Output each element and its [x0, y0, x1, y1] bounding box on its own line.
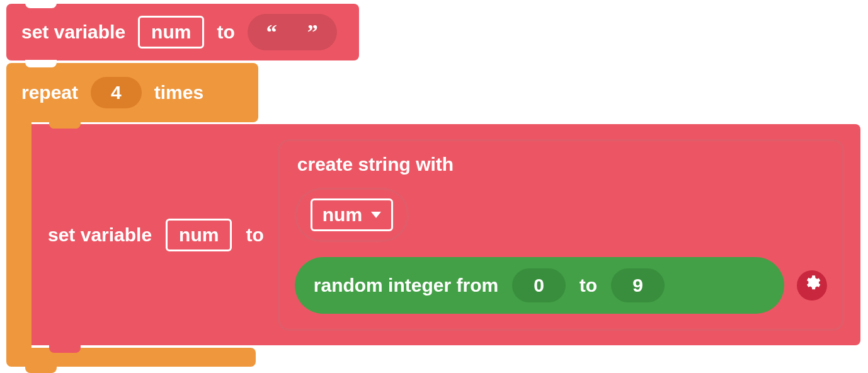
repeat-block-head: repeat 4 times	[6, 63, 258, 122]
set-variable-block-nested[interactable]: set variable num to create string with n…	[31, 124, 860, 345]
label-create-string-with: create string with	[295, 154, 827, 175]
label-set-variable: set variable	[48, 224, 152, 246]
label-times: times	[154, 82, 203, 103]
quote-close-icon	[307, 20, 318, 44]
create-string-row-2: random integer from 0 to 9	[295, 257, 827, 314]
variable-dropdown[interactable]: num	[295, 188, 409, 242]
variable-dropdown-inner: num	[311, 198, 393, 231]
block-settings-button[interactable]	[797, 270, 827, 301]
variable-name-field[interactable]: num	[166, 219, 232, 251]
repeat-block-foot	[6, 348, 256, 367]
random-integer-block[interactable]: random integer from 0 to 9	[295, 257, 784, 314]
dropdown-value: num	[323, 204, 362, 226]
quote-open-icon	[266, 20, 277, 44]
repeat-count-input[interactable]: 4	[91, 77, 142, 108]
label-repeat: repeat	[21, 82, 78, 103]
variable-name-field[interactable]: num	[138, 16, 204, 49]
string-literal-input[interactable]	[248, 14, 337, 50]
chevron-down-icon	[371, 212, 381, 218]
label-random-integer-from: random integer from	[314, 275, 498, 296]
block-workspace: set variable num to repeat 4 times set v…	[0, 0, 868, 373]
label-set-variable: set variable	[21, 21, 125, 43]
set-variable-block[interactable]: set variable num to	[6, 4, 359, 60]
create-string-block[interactable]: create string with num random integer fr…	[278, 139, 844, 331]
gear-icon	[803, 274, 821, 296]
random-from-input[interactable]: 0	[512, 268, 566, 302]
label-to: to	[246, 224, 263, 246]
random-to-input[interactable]: 9	[611, 268, 665, 302]
label-to: to	[217, 21, 234, 43]
repeat-block-arm	[6, 122, 31, 348]
label-to: to	[580, 275, 597, 296]
